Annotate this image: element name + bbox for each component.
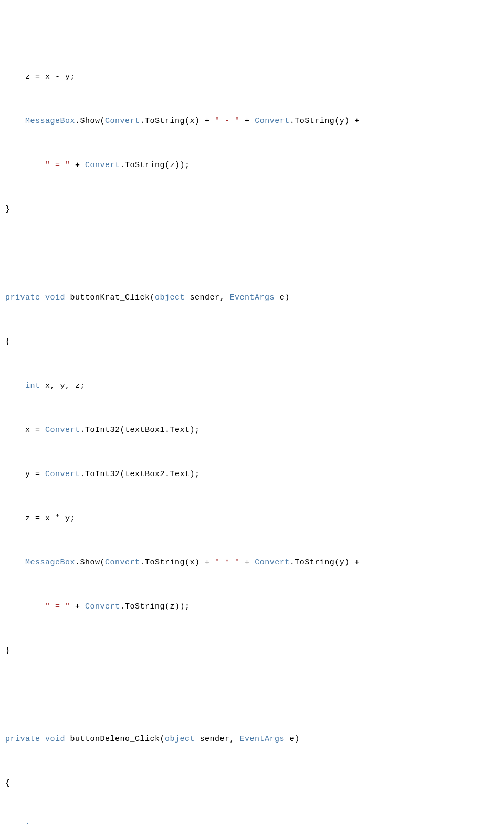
code-token: buttonDeleno_Click( (65, 735, 165, 744)
code-token: .ToInt32(textBox2.Text); (80, 470, 200, 479)
code-token (5, 514, 25, 523)
code-token (5, 426, 25, 435)
code-token: + (70, 161, 86, 170)
code-token: .ToString(x) + (140, 117, 215, 126)
code-token-ty: Convert (105, 117, 140, 126)
code-token: { (5, 337, 10, 346)
code-token: e) (275, 293, 290, 302)
code-token: .ToString(y) + (290, 558, 360, 567)
code-token (40, 735, 46, 744)
code-token-ty: Convert (85, 602, 120, 611)
code-token: z = x - y; (25, 73, 75, 81)
code-token: .ToString(z)); (120, 602, 190, 611)
code-token-str: " * " (215, 558, 240, 567)
code-token-ty: Convert (45, 426, 80, 435)
code-token: .ToString(z)); (120, 161, 190, 170)
code-token: z = x * y; (25, 514, 75, 523)
code-token: + (240, 558, 255, 567)
code-token-ty: EventArgs (240, 735, 285, 744)
code-token-ty: Convert (45, 470, 80, 479)
code-token (5, 558, 25, 567)
code-token (5, 117, 25, 126)
code-token: .ToInt32(textBox1.Text); (80, 426, 200, 435)
code-token: .Show( (75, 117, 105, 126)
code-token: .Show( (75, 558, 105, 567)
code-token-str: " = " (45, 602, 70, 611)
code-token (5, 470, 25, 479)
code-token-kw: object (155, 293, 185, 302)
code-token-ty: Convert (105, 558, 140, 567)
code-token (40, 293, 46, 302)
code-token-ty: MessageBox (25, 558, 75, 567)
code-block: z = x - y; MessageBox.Show(Convert.ToStr… (0, 66, 504, 824)
code-token: y = (25, 470, 45, 479)
code-token-kw: void (45, 293, 65, 302)
code-token-ty: Convert (85, 161, 120, 170)
code-token-kw: int (25, 382, 40, 390)
code-token: + (70, 602, 86, 611)
code-token-ty: Convert (255, 558, 290, 567)
code-token-kw: private (5, 735, 40, 744)
code-token-ty: Convert (255, 117, 290, 126)
code-token (5, 602, 45, 611)
code-token-ty: EventArgs (230, 293, 275, 302)
code-token: } (5, 205, 10, 214)
code-token: + (240, 117, 255, 126)
code-token: sender, (195, 735, 240, 744)
code-token-ty: MessageBox (25, 117, 75, 126)
code-token: buttonKrat_Click( (65, 293, 155, 302)
code-token: } (5, 646, 10, 655)
code-token-str: " - " (215, 117, 240, 126)
code-token-kw: private (5, 293, 40, 302)
code-token-kw: object (165, 735, 195, 744)
code-token (5, 73, 25, 81)
code-token: .ToString(x) + (140, 558, 215, 567)
code-token: { (5, 779, 10, 788)
code-token: sender, (185, 293, 230, 302)
code-token: .ToString(y) + (290, 117, 360, 126)
code-token (5, 161, 45, 170)
code-token (5, 382, 25, 390)
code-token: x = (25, 426, 45, 435)
code-token-kw: void (45, 735, 65, 744)
code-token: e) (285, 735, 300, 744)
code-token: x, y, z; (40, 382, 86, 390)
code-token-str: " = " (45, 161, 70, 170)
